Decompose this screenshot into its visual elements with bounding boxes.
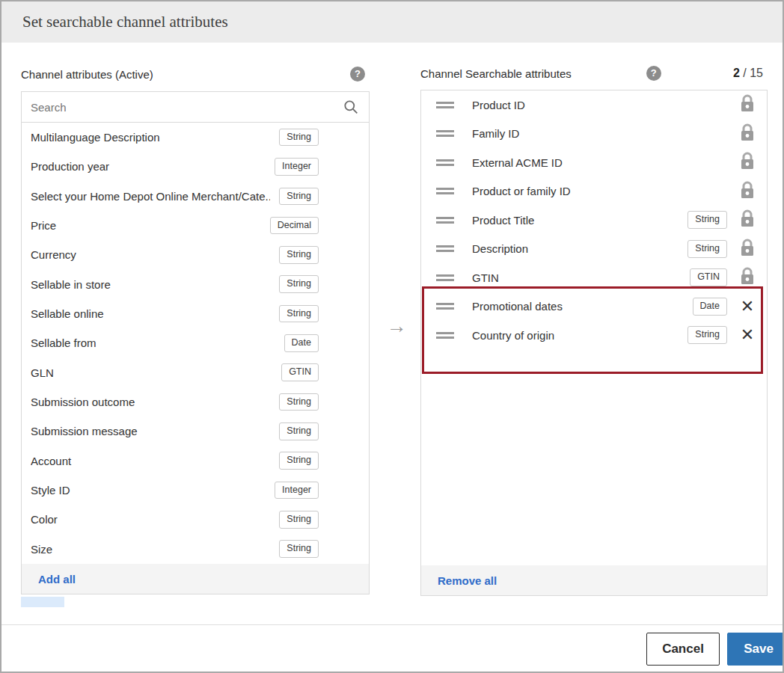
type-badge: String (279, 511, 319, 529)
attribute-row[interactable]: Currency String (22, 240, 369, 269)
lock-icon (739, 209, 756, 231)
left-list-footer: Add all (22, 564, 369, 594)
type-badge: String (279, 305, 319, 323)
row-icon-slot: ✕ (738, 327, 757, 343)
add-all-button[interactable]: Add all (38, 573, 76, 586)
attribute-label: Family ID (472, 127, 727, 140)
attribute-row[interactable]: Sellable online String (22, 299, 369, 328)
lock-icon (739, 238, 756, 260)
horizontal-scrollbar-thumb[interactable] (21, 597, 64, 607)
searchable-attribute-row[interactable]: Product or family ID (421, 177, 767, 206)
right-panel-header: Channel Searchable attributes ? 2 / 15 (420, 57, 768, 90)
attribute-label: GLN (31, 366, 272, 379)
row-icon-slot (738, 266, 757, 289)
searchable-attribute-row[interactable]: Product ID (421, 90, 767, 120)
type-badge: Decimal (270, 217, 319, 235)
drag-handle-icon[interactable] (436, 303, 454, 310)
selection-counter: 2 / 15 (733, 67, 763, 80)
attribute-row[interactable]: Sellable from Date (22, 328, 369, 357)
remove-all-button[interactable]: Remove all (438, 574, 497, 587)
attribute-label: External ACME ID (472, 156, 727, 169)
row-icon-slot (738, 180, 757, 203)
attribute-row[interactable]: Account String (22, 446, 369, 476)
search-input[interactable] (31, 101, 343, 114)
type-badge: String (279, 540, 319, 558)
drag-handle-icon[interactable] (436, 274, 454, 281)
counter-total: 15 (750, 67, 763, 79)
attribute-label: Promotional dates (472, 300, 684, 313)
lock-icon (739, 123, 756, 145)
right-panel-title: Channel Searchable attributes (420, 67, 572, 80)
help-icon[interactable]: ? (350, 67, 365, 82)
searchable-attributes-panel: Channel Searchable attributes ? 2 / 15 P… (420, 57, 768, 596)
attribute-label: Submission message (31, 425, 270, 437)
dialog-title: Set searchable channel attributes (22, 13, 228, 31)
lock-icon (739, 180, 756, 203)
attribute-row[interactable]: Price Decimal (22, 211, 369, 240)
type-badge: String (687, 326, 727, 344)
type-badge: String (279, 452, 319, 470)
transfer-arrow-icon: → (380, 315, 413, 338)
drag-handle-icon[interactable] (436, 102, 454, 108)
searchable-attribute-row[interactable]: Country of origin String ✕ (421, 321, 767, 350)
type-badge: Date (693, 298, 727, 316)
type-badge: String (279, 393, 319, 411)
type-badge: Integer (275, 482, 319, 500)
attribute-row[interactable]: Select your Home Depot Online Merchant/C… (22, 182, 369, 211)
attribute-label: Product ID (472, 99, 727, 111)
attribute-label: Color (31, 513, 270, 526)
attribute-row[interactable]: Size String (22, 535, 369, 564)
dialog-header: Set searchable channel attributes (1, 1, 783, 43)
drag-handle-icon[interactable] (436, 245, 454, 252)
type-badge: String (279, 188, 319, 206)
type-badge: String (687, 240, 727, 258)
attribute-row[interactable]: Sellable in store String (22, 270, 369, 299)
attribute-label: Account (31, 455, 270, 467)
type-badge: Integer (275, 158, 319, 176)
attribute-row[interactable]: Production year Integer (22, 152, 369, 181)
attribute-label: Product Title (472, 214, 679, 227)
searchable-attribute-row[interactable]: Product Title String (421, 206, 767, 235)
searchable-attribute-row[interactable]: GTIN GTIN (421, 263, 767, 292)
attribute-row[interactable]: GLN GTIN (22, 358, 369, 387)
help-icon[interactable]: ? (646, 66, 661, 81)
searchable-attribute-row[interactable]: Description String (421, 235, 767, 264)
searchable-attribute-row[interactable]: Family ID (421, 120, 767, 149)
attribute-label: Multilanguage Description (31, 131, 270, 144)
searchable-attribute-row[interactable]: External ACME ID (421, 148, 767, 177)
row-icon-slot (738, 238, 757, 260)
attribute-row[interactable]: Multilanguage Description String (22, 123, 369, 152)
remove-attribute-button[interactable]: ✕ (741, 298, 754, 315)
attribute-label: Select your Home Depot Online Merchant/C… (31, 190, 270, 203)
save-button[interactable]: Save (727, 633, 784, 666)
drag-handle-icon[interactable] (436, 188, 454, 194)
type-badge: String (279, 275, 319, 293)
cancel-button[interactable]: Cancel (646, 633, 720, 666)
type-badge: String (687, 211, 727, 229)
type-badge: GTIN (690, 268, 727, 286)
drag-handle-icon[interactable] (436, 130, 454, 137)
row-icon-slot (738, 209, 757, 231)
drag-handle-icon[interactable] (436, 332, 454, 339)
attribute-list-rows: Multilanguage Description String Product… (22, 123, 369, 564)
attribute-label: Size (31, 543, 270, 556)
search-row (22, 92, 369, 123)
drag-handle-icon[interactable] (436, 159, 454, 166)
row-icon-slot (738, 123, 757, 145)
type-badge: Date (284, 334, 319, 352)
attribute-row[interactable]: Submission outcome String (22, 387, 369, 417)
remove-attribute-button[interactable]: ✕ (741, 327, 754, 343)
searchable-attribute-row[interactable]: Promotional dates Date ✕ (421, 292, 767, 322)
attribute-label: Style ID (31, 484, 266, 497)
attribute-row[interactable]: Color String (22, 505, 369, 534)
search-icon[interactable] (343, 99, 358, 114)
attribute-label: Production year (31, 160, 266, 173)
type-badge: GTIN (281, 363, 319, 381)
attribute-row[interactable]: Style ID Integer (22, 476, 369, 505)
set-searchable-attributes-dialog: Set searchable channel attributes Channe… (0, 0, 784, 673)
drag-handle-icon[interactable] (436, 217, 454, 224)
attribute-row[interactable]: Submission message String (22, 417, 369, 446)
counter-selected: 2 (733, 67, 740, 79)
row-icon-slot: ✕ (738, 298, 757, 315)
attribute-label: GTIN (472, 271, 681, 284)
